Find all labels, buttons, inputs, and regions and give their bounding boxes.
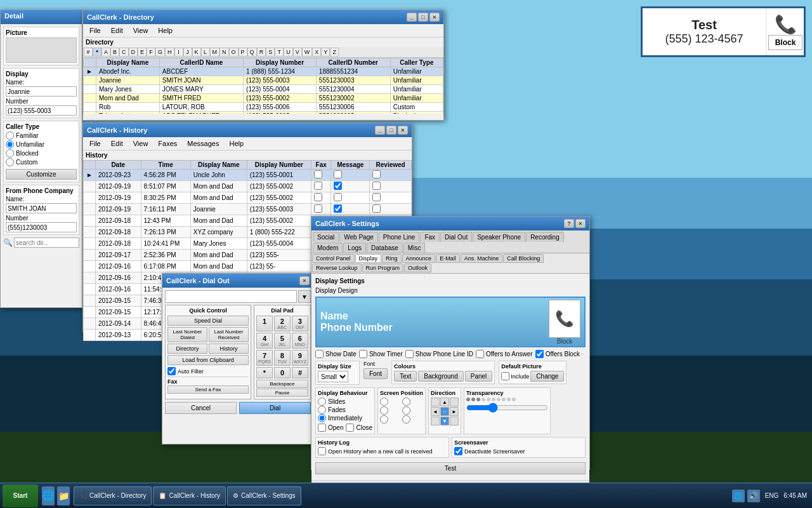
- tab2-callblocking[interactable]: Call Blocking: [503, 254, 544, 263]
- alpha-z[interactable]: Z: [330, 48, 339, 57]
- company-name-input[interactable]: [6, 203, 77, 213]
- tab-fax[interactable]: Fax: [420, 232, 440, 242]
- tray-volume-icon[interactable]: 🔊: [747, 490, 760, 502]
- dir-tr[interactable]: [450, 398, 459, 406]
- dir-maximize-btn[interactable]: □: [418, 13, 428, 22]
- alpha-v[interactable]: V: [293, 48, 302, 57]
- tab-social[interactable]: Social: [313, 232, 339, 242]
- load-clipboard-btn[interactable]: Load from Clipboard: [167, 355, 249, 365]
- alpha-q[interactable]: Q: [247, 48, 257, 57]
- alpha-o[interactable]: O: [229, 48, 239, 57]
- dialout-phone-input[interactable]: [165, 290, 297, 303]
- tab-speakerphone[interactable]: Speaker Phone: [473, 232, 525, 242]
- tab2-reverselookup[interactable]: Reverse Lookup: [312, 264, 362, 272]
- hist-col-date[interactable]: Date: [95, 161, 141, 170]
- tab-logs[interactable]: Logs: [343, 243, 366, 253]
- dir-bl[interactable]: [431, 417, 440, 425]
- tray-network-icon[interactable]: 🌐: [732, 490, 745, 502]
- test-btn[interactable]: Test: [315, 462, 586, 474]
- hist-menu-file[interactable]: File: [86, 138, 105, 149]
- dir-col-type[interactable]: Caller Type: [390, 58, 443, 67]
- hist-menu-faxes[interactable]: Faxes: [154, 138, 181, 149]
- settings-close-btn[interactable]: ×: [575, 219, 586, 228]
- dir-up[interactable]: ▲: [440, 398, 449, 406]
- hist-menu-help[interactable]: Help: [225, 138, 247, 149]
- dial-hash[interactable]: #: [292, 367, 308, 378]
- number-input[interactable]: [6, 105, 77, 116]
- tab2-outlook[interactable]: Outlook: [404, 264, 431, 272]
- dir-col-display-num[interactable]: Display Number: [244, 58, 317, 67]
- dir-btn[interactable]: Directory: [167, 344, 207, 354]
- hist-menu-edit[interactable]: Edit: [107, 138, 127, 149]
- hist-menu-view[interactable]: View: [129, 138, 152, 149]
- history-table-row[interactable]: 2012-09-19 7:16:11 PM Joannie (123) 555-…: [84, 204, 412, 215]
- dir-col-cid-num[interactable]: CallerID Number: [316, 58, 390, 67]
- auto-filter-checkbox[interactable]: [167, 367, 176, 375]
- dir-table-row[interactable]: Mom and Dad SMITH FRED (123) 555-0002 55…: [84, 94, 443, 103]
- dir-minimize-btn[interactable]: _: [407, 13, 417, 22]
- taskbar-dir-btn[interactable]: 📞 CallClerk - Directory: [74, 486, 152, 505]
- dir-table-row[interactable]: ► Abodef Inc. ABCDEF 1 (888) 555-1234 18…: [84, 67, 443, 76]
- speed-dial-btn[interactable]: Speed Dial: [167, 316, 249, 326]
- alpha-p[interactable]: P: [239, 48, 247, 57]
- dir-close-btn[interactable]: ×: [429, 13, 440, 22]
- hist-maximize-btn[interactable]: □: [386, 126, 396, 135]
- alpha-b[interactable]: B: [110, 48, 119, 57]
- history-table-row[interactable]: ► 2012-09-23 4:56:28 PM Uncle John (123)…: [84, 170, 412, 181]
- alpha-w[interactable]: W: [302, 48, 313, 57]
- dir-menu-edit[interactable]: Edit: [107, 25, 127, 36]
- dir-center[interactable]: ↔: [440, 407, 449, 416]
- tab2-ring[interactable]: Ring: [382, 254, 402, 263]
- alpha-h[interactable]: H: [165, 48, 174, 57]
- dir-tl[interactable]: [431, 398, 440, 406]
- dial-key-5[interactable]: 5JKL: [274, 333, 291, 349]
- settings-help-btn[interactable]: ?: [564, 219, 574, 228]
- pause-btn[interactable]: Pause: [256, 389, 308, 397]
- dial-key-9[interactable]: 9WXYZ: [292, 350, 308, 366]
- dir-menu-view[interactable]: View: [129, 25, 152, 36]
- taskbar-folder-icon[interactable]: 📁: [57, 486, 70, 505]
- dial-key-2[interactable]: 2ABC: [274, 316, 291, 331]
- dialout-close-btn[interactable]: ×: [299, 276, 310, 285]
- size-select[interactable]: Small: [318, 371, 348, 382]
- tab2-controlpanel[interactable]: Control Panel: [312, 254, 355, 263]
- last-dialed-btn[interactable]: Last Number Dialed: [167, 327, 207, 342]
- last-received-btn[interactable]: Last Number Received: [209, 327, 249, 342]
- dial-key-1[interactable]: 1: [256, 316, 273, 331]
- alpha-x[interactable]: X: [312, 48, 321, 57]
- transparency-slider[interactable]: [466, 403, 548, 413]
- dial-key-4[interactable]: 4GHI: [256, 333, 273, 349]
- callerid-block-button[interactable]: Block: [768, 35, 802, 50]
- dial-key-6[interactable]: 6MNO: [292, 333, 308, 349]
- radio-custom[interactable]: Custom: [6, 158, 77, 166]
- taskbar-hist-btn[interactable]: 📋 CallClerk - History: [153, 486, 226, 505]
- hist-col-rev[interactable]: Reviewed: [370, 161, 412, 170]
- start-button[interactable]: Start: [3, 485, 38, 507]
- hist-minimize-btn[interactable]: _: [375, 126, 385, 135]
- tab-webpage[interactable]: Web Page: [339, 232, 378, 242]
- tab-phoneline[interactable]: Phone Line: [379, 232, 420, 242]
- dialout-cancel-btn[interactable]: Cancel: [165, 402, 237, 414]
- tab-dialout[interactable]: Dial Out: [440, 232, 472, 242]
- tab2-email[interactable]: E-Mail: [436, 254, 460, 263]
- company-number-input[interactable]: [6, 222, 77, 232]
- tab2-ansmachine[interactable]: Ans. Machine: [461, 254, 503, 263]
- alpha-i[interactable]: I: [174, 48, 183, 57]
- dir-table-row[interactable]: Rob LATOUR, ROB (123) 555-0006 555123000…: [84, 103, 443, 112]
- text-color-btn[interactable]: Text: [394, 371, 417, 382]
- tab2-announce[interactable]: Announce: [402, 254, 436, 263]
- tab2-runprogram[interactable]: Run Program: [362, 264, 404, 272]
- tab-recording[interactable]: Recording: [526, 232, 564, 242]
- alpha-n[interactable]: N: [219, 48, 229, 57]
- alpha-k[interactable]: K: [192, 48, 201, 57]
- alpha-g[interactable]: G: [155, 48, 165, 57]
- hist-col-time[interactable]: Time: [141, 161, 190, 170]
- dialout-dial-btn[interactable]: Dial: [239, 402, 311, 414]
- alpha-u[interactable]: U: [284, 48, 293, 57]
- alpha-m[interactable]: M: [210, 48, 220, 57]
- font-btn[interactable]: Font: [363, 368, 388, 379]
- customize-button[interactable]: Customize: [6, 169, 77, 180]
- hist-menu-messages[interactable]: Messages: [183, 138, 223, 149]
- hist-col-name[interactable]: Display Name: [190, 161, 247, 170]
- search-input[interactable]: [14, 237, 79, 248]
